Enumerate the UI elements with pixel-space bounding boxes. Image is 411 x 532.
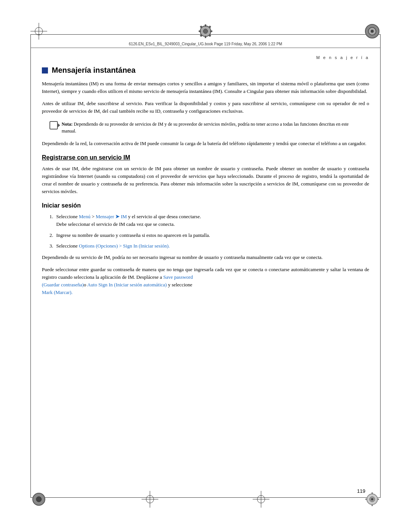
step1-prefix: Seleccione [56, 214, 79, 219]
step3-options-link[interactable]: Options (Opciones) > Sign In (Iniciar se… [79, 243, 170, 249]
section2-heading: Iniciar sesión [42, 202, 369, 209]
note-icon [49, 121, 58, 129]
step-1-content: Seleccione Menú > Mensajer ➤ IM y el ser… [56, 213, 369, 228]
circle-mark-tr-svg [364, 23, 381, 40]
step-2: 2. Ingrese su nombre de usuario y contra… [49, 232, 369, 239]
svg-rect-30 [377, 498, 379, 500]
sprocket-tc-svg [197, 23, 214, 40]
reg-mark-bc2-svg [253, 491, 269, 508]
header-bar: 6126.EN_ESv1_BIL_9249003_Cingular_UG.boo… [30, 42, 381, 48]
para-after-steps: Dependiendo de su servicio de IM, podría… [42, 254, 369, 261]
note-label: Nota: [62, 121, 73, 127]
y-seleccione-text: y seleccione [167, 282, 192, 288]
note-text: Nota: Dependiendo de su proveedor de ser… [62, 121, 362, 134]
page: 6126.EN_ESv1_BIL_9249003_Cingular_UG.boo… [0, 0, 411, 532]
intro-para2: Antes de utilizar IM, debe suscribirse a… [42, 100, 369, 115]
section1-para1: Antes de usar IM, debe registrarse con u… [42, 165, 369, 196]
svg-point-15 [371, 30, 374, 33]
step1-mid: > [91, 214, 96, 219]
border-left [30, 34, 31, 498]
corner-mark-tl [30, 23, 47, 41]
corner-mark-bl [30, 491, 47, 509]
step-1: 1. Seleccione Menú > Mensajer ➤ IM y el … [49, 213, 369, 228]
step-1-number: 1. [49, 213, 53, 228]
guardar-link[interactable]: (Guardar contraseña) [42, 282, 84, 288]
step1-mensajer-link[interactable]: Mensajer [96, 214, 114, 219]
sprocket-br-svg [364, 491, 381, 508]
border-right [380, 34, 381, 498]
section1-heading: Registrarse con un servicio IM [42, 154, 369, 161]
step-3: 3. Seleccione Options (Opciones) > Sign … [49, 242, 369, 250]
reg-mark-tl-svg [30, 23, 47, 40]
top-marks [30, 23, 381, 41]
corner-mark-bc2 [253, 491, 269, 509]
steps-list: 1. Seleccione Menú > Mensajer ➤ IM y el … [49, 213, 369, 250]
svg-point-4 [203, 29, 208, 34]
mark-link[interactable]: Mark (Marcar). [42, 289, 73, 295]
step1-menu-link[interactable]: Menú [79, 214, 90, 219]
svg-rect-28 [371, 504, 373, 506]
section-label: M e n s a j e r í a [42, 55, 369, 60]
heading-square-icon [42, 67, 48, 73]
intro-para1: Mensajería instantánea (IM) es una forma… [42, 80, 369, 95]
svg-rect-5 [205, 24, 206, 27]
step1-suffix: y el servicio al que desea conectarse. [127, 214, 201, 219]
main-heading: Mensajería instantánea [42, 66, 369, 75]
svg-rect-7 [199, 30, 201, 32]
main-content: M e n s a j e r í a Mensajería instantán… [42, 55, 369, 490]
note-content: Dependiendo de su proveedor de servicios… [62, 121, 349, 134]
svg-rect-8 [210, 30, 212, 32]
header-filename: 6126.EN_ESv1_BIL_9249003_Cingular_UG.boo… [129, 42, 282, 46]
corner-mark-bc [142, 491, 158, 509]
save-password-link[interactable]: Save password [163, 274, 193, 280]
corner-mark-tr [364, 23, 381, 41]
step1-note: Debe seleccionar el servicio de IM cada … [56, 221, 175, 227]
corner-mark-tc [197, 23, 214, 41]
svg-rect-27 [371, 492, 373, 494]
svg-point-26 [371, 498, 373, 500]
final-para: Puede seleccionar entre guardar su contr… [42, 266, 369, 297]
step1-im-link[interactable]: IM [121, 214, 127, 219]
reg-mark-bc-svg [142, 491, 158, 508]
step-3-content: Seleccione Options (Opciones) > Sign In … [56, 242, 369, 250]
svg-rect-29 [365, 498, 367, 500]
note-box: Nota: Dependiendo de su proveedor de ser… [49, 121, 362, 134]
svg-rect-6 [205, 36, 206, 38]
main-heading-text: Mensajería instantánea [52, 66, 135, 75]
corner-mark-br [364, 491, 381, 509]
step-3-number: 3. [49, 242, 53, 250]
final-para-prefix: Puede seleccionar entre guardar su contr… [42, 267, 369, 280]
step1-arrow: ➤ [114, 214, 121, 219]
step-2-content: Ingrese su nombre de usuario y contraseñ… [56, 232, 369, 239]
reg-mark-bl-svg [30, 491, 47, 508]
auto-sign-link[interactable]: Auto Sign In (Iniciar sesión automática) [87, 282, 167, 288]
step-2-number: 2. [49, 232, 53, 239]
note-after-para: Dependiendo de la red, la conversación a… [42, 140, 369, 147]
svg-point-17 [36, 497, 41, 502]
bottom-marks [30, 491, 381, 509]
or-text: o [84, 282, 87, 288]
step3-prefix: Seleccione [56, 243, 79, 249]
